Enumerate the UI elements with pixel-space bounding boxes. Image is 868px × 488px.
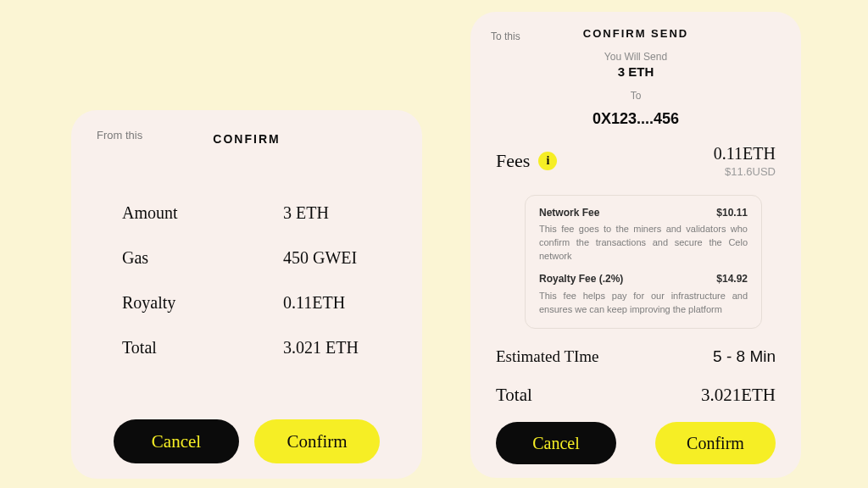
royalty-fee-amount: $14.92 (716, 272, 748, 286)
row-label: Amount (122, 203, 283, 223)
row-total: Total 3.021 ETH (122, 338, 380, 358)
royalty-fee-description: This fee helps pay for our infrastructur… (539, 290, 748, 317)
network-fee-header: Network Fee $10.11 (539, 206, 748, 220)
fees-usd: $11.6USD (714, 165, 776, 178)
recipient-address: 0X123....456 (470, 110, 801, 128)
cancel-button[interactable]: Cancel (114, 419, 239, 463)
fees-eth: 0.11ETH (714, 144, 776, 164)
network-fee-description: This fee goes to the miners and validato… (539, 223, 748, 263)
row-value: 3 ETH (283, 203, 329, 223)
total-row: Total 3.021ETH (496, 385, 776, 406)
estimated-time-label: Estimated TIme (496, 347, 599, 366)
royalty-fee-name: Royalty Fee (.2%) (539, 272, 623, 286)
card-title: CONFIRM (71, 132, 422, 146)
network-fee-amount: $10.11 (716, 206, 748, 220)
total-value: 3.021ETH (701, 385, 776, 406)
royalty-fee-header: Royalty Fee (.2%) $14.92 (539, 272, 748, 286)
action-buttons: Cancel Confirm (114, 419, 380, 463)
fees-row: Fees i 0.11ETH $11.6USD (496, 144, 776, 178)
fee-breakdown: Network Fee $10.11 This fee goes to the … (525, 195, 762, 329)
fees-value: 0.11ETH $11.6USD (714, 144, 776, 178)
action-buttons: Cancel Confirm (496, 422, 776, 464)
confirm-button[interactable]: Confirm (655, 422, 776, 464)
row-amount: Amount 3 ETH (122, 203, 380, 223)
row-value: 450 GWEI (283, 248, 357, 268)
to-label: To (470, 90, 801, 102)
you-will-send-label: You Will Send (470, 51, 801, 63)
total-label: Total (496, 385, 532, 406)
row-royalty: Royalty 0.11ETH (122, 293, 380, 313)
estimated-time-value: 5 - 8 Min (713, 347, 776, 366)
row-label: Total (122, 338, 283, 358)
row-value: 3.021 ETH (283, 338, 359, 358)
estimated-time-row: Estimated TIme 5 - 8 Min (496, 347, 776, 366)
row-value: 0.11ETH (283, 293, 345, 313)
row-label: Gas (122, 248, 283, 268)
card-title: CONFIRM SEND (470, 27, 801, 40)
row-gas: Gas 450 GWEI (122, 248, 380, 268)
confirm-card-simple: From this CONFIRM Amount 3 ETH Gas 450 G… (71, 110, 422, 479)
send-amount: 3 ETH (470, 64, 801, 79)
network-fee-name: Network Fee (539, 206, 599, 220)
cancel-button[interactable]: Cancel (496, 422, 616, 464)
info-icon[interactable]: i (538, 152, 557, 170)
confirm-send-card: To this CONFIRM SEND You Will Send 3 ETH… (470, 12, 801, 478)
summary-rows: Amount 3 ETH Gas 450 GWEI Royalty 0.11ET… (122, 203, 380, 383)
confirm-button[interactable]: Confirm (254, 419, 380, 463)
row-label: Royalty (122, 293, 283, 313)
fees-label: Fees (496, 150, 530, 172)
